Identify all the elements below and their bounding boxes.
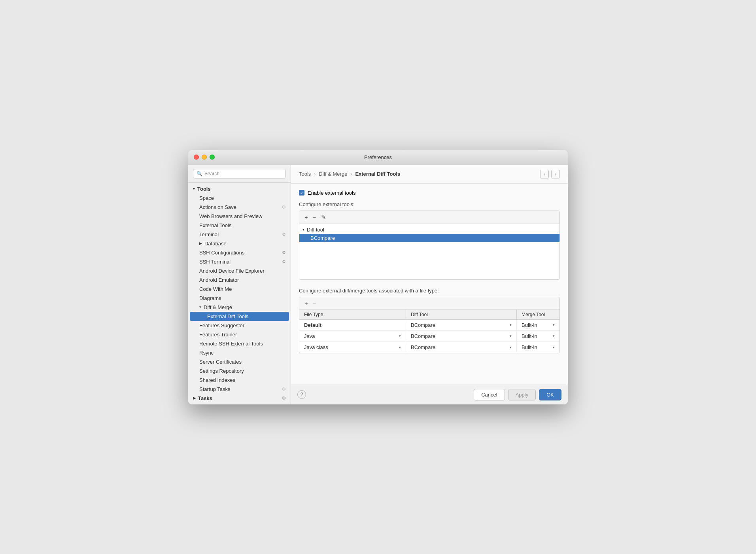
ok-button[interactable]: OK (539, 389, 561, 400)
cell-merge-tool-javaclass: Built-in ▾ (517, 342, 559, 352)
sidebar-item-code-with-me[interactable]: Code With Me (188, 285, 291, 294)
tool-toolbar: + − ✎ (299, 211, 559, 224)
sidebar-item-label: Database (204, 241, 227, 247)
sidebar-list: ▾ Tools Space Actions on Save ⚙ Web Brow… (188, 183, 291, 404)
sidebar-item-label: Actions on Save (199, 204, 236, 210)
sidebar-item-label: Android Emulator (199, 277, 239, 283)
nav-back-button[interactable]: ‹ (540, 170, 549, 178)
main-content: 🔍 ▾ Tools Space Actions on Save ⚙ (188, 165, 568, 404)
remove-filetype-button[interactable]: − (311, 299, 318, 307)
table-row: Java class ▾ BCompare ▾ Built-in ▾ (299, 342, 559, 353)
nav-forward-button[interactable]: › (551, 170, 560, 178)
sidebar-item-actions-on-save[interactable]: Actions on Save ⚙ (188, 203, 291, 212)
sidebar: 🔍 ▾ Tools Space Actions on Save ⚙ (188, 165, 291, 404)
breadcrumb-diff-merge[interactable]: Diff & Merge (319, 171, 347, 177)
sidebar-item-label: Startup Tasks (199, 386, 231, 392)
cell-merge-tool-java: Built-in ▾ (517, 331, 559, 341)
sidebar-item-server-certs[interactable]: Server Certificates (188, 357, 291, 366)
chevron-right-icon: ▶ (193, 396, 196, 400)
chevron-down-icon: ▾ (199, 305, 201, 309)
sidebar-item-space[interactable]: Space (188, 194, 291, 203)
settings-icon: ⚙ (282, 259, 286, 264)
tree-item-bcompare[interactable]: BCompare (299, 234, 559, 242)
breadcrumb-nav: ‹ › (540, 170, 560, 178)
breadcrumb-tools[interactable]: Tools (299, 171, 311, 177)
sidebar-item-label: Remote SSH External Tools (199, 341, 263, 347)
search-area: 🔍 (188, 165, 291, 183)
panel-content: ✓ Enable external tools Configure extern… (291, 184, 568, 385)
sidebar-item-label: Space (199, 195, 214, 201)
sidebar-item-android-emulator[interactable]: Android Emulator (188, 275, 291, 285)
sidebar-item-ssh-configurations[interactable]: SSH Configurations ⚙ (188, 248, 291, 257)
sidebar-item-database[interactable]: ▶ Database (188, 239, 291, 248)
dropdown-arrow-icon[interactable]: ▾ (510, 323, 512, 327)
sidebar-item-rsync[interactable]: Rsync (188, 348, 291, 357)
sidebar-item-startup-tasks[interactable]: Startup Tasks ⚙ (188, 385, 291, 394)
cell-file-type-javaclass: Java class ▾ (299, 342, 406, 352)
sidebar-item-shared-indexes[interactable]: Shared Indexes (188, 376, 291, 385)
sidebar-item-label: External Diff Tools (207, 313, 248, 319)
chevron-down-icon: ▾ (302, 228, 304, 231)
sidebar-item-external-tools[interactable]: External Tools (188, 221, 291, 230)
sidebar-item-label: Features Suggester (199, 323, 244, 328)
search-input[interactable] (204, 171, 282, 176)
remove-tool-button[interactable]: − (311, 213, 318, 221)
col-merge-tool: Merge Tool (517, 310, 559, 319)
tree-group-label: Diff tool (307, 227, 324, 233)
chevron-down-icon: ▾ (193, 187, 195, 191)
cancel-button[interactable]: Cancel (474, 389, 505, 400)
add-filetype-button[interactable]: + (302, 299, 310, 307)
sidebar-item-label: Shared Indexes (199, 377, 235, 383)
sidebar-item-tasks[interactable]: ▶ Tasks ⚙ (188, 394, 291, 403)
sidebar-item-diagrams[interactable]: Diagrams (188, 294, 291, 303)
close-button[interactable] (194, 155, 199, 160)
edit-tool-button[interactable]: ✎ (319, 213, 328, 222)
dropdown-arrow-icon[interactable]: ▾ (510, 334, 512, 338)
sidebar-item-terminal[interactable]: Terminal ⚙ (188, 230, 291, 239)
sidebar-item-settings-repo[interactable]: Settings Repository (188, 366, 291, 376)
table-header: File Type Diff Tool Merge Tool (299, 310, 559, 320)
sidebar-item-features-trainer[interactable]: Features Trainer (188, 330, 291, 339)
sidebar-item-tools[interactable]: ▾ Tools (188, 184, 291, 194)
help-button[interactable]: ? (297, 390, 306, 399)
breadcrumb-sep1: › (314, 171, 316, 177)
minimize-button[interactable] (202, 155, 207, 160)
traffic-lights (194, 155, 215, 160)
sidebar-item-label: Android Device File Explorer (199, 268, 265, 274)
bottom-buttons: Cancel Apply OK (474, 389, 561, 400)
titlebar: Preferences (188, 150, 568, 165)
sidebar-item-android-device[interactable]: Android Device File Explorer (188, 266, 291, 275)
enable-label: Enable external tools (308, 190, 355, 196)
breadcrumb-current: External Diff Tools (355, 171, 400, 177)
dropdown-arrow-icon[interactable]: ▾ (553, 323, 555, 327)
bottom-bar: ? Cancel Apply OK (291, 385, 568, 404)
sidebar-item-web-browsers[interactable]: Web Browsers and Preview (188, 212, 291, 221)
dropdown-arrow-icon[interactable]: ▾ (399, 334, 401, 338)
settings-icon: ⚙ (282, 232, 286, 237)
sidebar-item-label: SSH Terminal (199, 259, 231, 265)
sidebar-item-features-suggester[interactable]: Features Suggester (188, 321, 291, 330)
search-icon: 🔍 (197, 171, 202, 176)
checkmark-icon: ✓ (300, 191, 303, 195)
maximize-button[interactable] (210, 155, 215, 160)
sidebar-item-diff-merge[interactable]: ▾ Diff & Merge (188, 303, 291, 312)
sidebar-item-external-diff-tools[interactable]: External Diff Tools (190, 312, 289, 321)
dropdown-arrow-icon[interactable]: ▾ (399, 345, 401, 349)
sidebar-item-label: SSH Configurations (199, 250, 244, 256)
dropdown-arrow-icon[interactable]: ▾ (553, 345, 555, 349)
enable-checkbox[interactable]: ✓ (299, 190, 304, 195)
dropdown-arrow-icon[interactable]: ▾ (510, 345, 512, 349)
dropdown-arrow-icon[interactable]: ▾ (553, 334, 555, 338)
settings-icon: ⚙ (282, 396, 286, 401)
apply-button[interactable]: Apply (508, 389, 536, 400)
chevron-right-icon: ▶ (199, 241, 202, 245)
configure-label: Configure external tools: (299, 201, 560, 207)
add-tool-button[interactable]: + (302, 213, 310, 221)
sidebar-item-label: Diagrams (199, 295, 221, 301)
tree-group-diff-tool[interactable]: ▾ Diff tool (299, 226, 559, 234)
sidebar-item-remote-ssh[interactable]: Remote SSH External Tools (188, 339, 291, 348)
sidebar-item-ssh-terminal[interactable]: SSH Terminal ⚙ (188, 257, 291, 266)
breadcrumb-sep2: › (350, 171, 352, 177)
tree-area: ▾ Diff tool BCompare (299, 224, 559, 279)
sidebar-item-label: Settings Repository (199, 368, 244, 374)
